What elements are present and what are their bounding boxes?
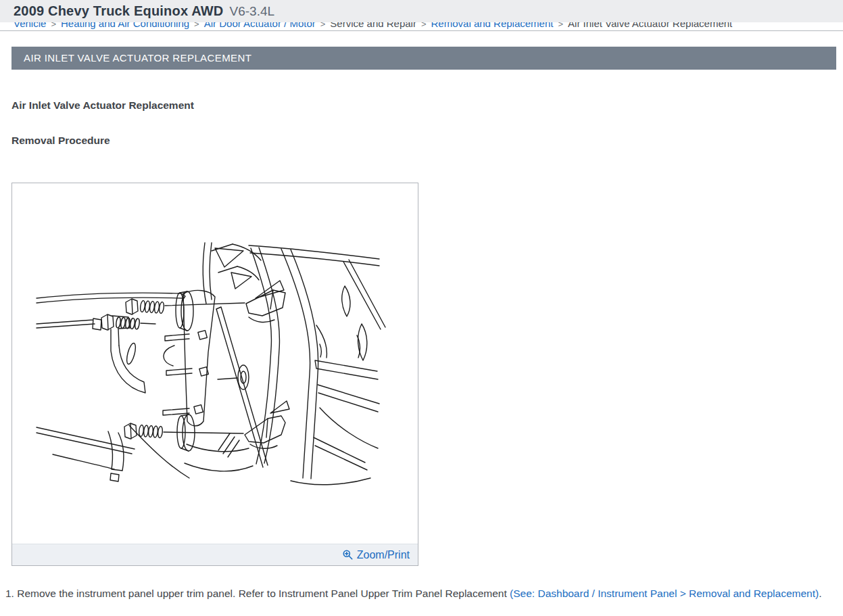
breadcrumb-link-air-door-actuator[interactable]: Air Door Actuator / Motor xyxy=(204,22,316,29)
section-banner: AIR INLET VALVE ACTUATOR REPLACEMENT xyxy=(11,47,836,70)
zoom-in-icon xyxy=(342,549,354,561)
vehicle-engine-label: V6-3.4L xyxy=(230,4,275,19)
figure-toolbar: Zoom/Print xyxy=(12,544,418,565)
breadcrumb-item-service-repair: Service and Repair xyxy=(330,22,416,29)
breadcrumb-link-heating-ac[interactable]: Heating and Air Conditioning xyxy=(61,22,189,29)
vehicle-title: 2009 Chevy Truck Equinox AWD xyxy=(14,3,224,19)
section-banner-label: AIR INLET VALVE ACTUATOR REPLACEMENT xyxy=(24,52,251,64)
breadcrumb-link-removal-replacement[interactable]: Removal and Replacement xyxy=(431,22,554,29)
repair-doc-page: 2009 Chevy Truck Equinox AWD V6-3.4L Veh… xyxy=(0,0,843,602)
step-1-instruction: 1. Remove the instrument panel upper tri… xyxy=(5,588,510,599)
breadcrumb-item-current-page: Air Inlet Valve Actuator Replacement xyxy=(568,22,732,29)
breadcrumb: Vehicle>Heating and Air Conditioning>Air… xyxy=(0,22,843,30)
breadcrumb-separator: > xyxy=(421,22,427,29)
see-dashboard-instrument-panel-link[interactable]: (See: Dashboard / Instrument Panel > Rem… xyxy=(510,588,819,599)
exploded-view-diagram xyxy=(12,183,418,544)
doc-title-heading: Air Inlet Valve Actuator Replacement xyxy=(11,99,843,112)
zoom-print-link[interactable]: Zoom/Print xyxy=(342,549,410,561)
breadcrumb-separator: > xyxy=(51,22,56,29)
procedure-heading: Removal Procedure xyxy=(11,135,843,147)
diagram-figure: Zoom/Print xyxy=(11,183,418,566)
breadcrumb-separator: > xyxy=(320,22,326,29)
breadcrumb-trail: Vehicle>Heating and Air Conditioning>Air… xyxy=(14,22,732,30)
step-1-text: 1. Remove the instrument panel upper tri… xyxy=(0,585,843,602)
header-divider xyxy=(0,30,843,31)
vehicle-title-bar: 2009 Chevy Truck Equinox AWD V6-3.4L xyxy=(0,0,843,22)
zoom-print-label: Zoom/Print xyxy=(357,549,410,561)
breadcrumb-link-vehicle[interactable]: Vehicle xyxy=(14,22,46,29)
breadcrumb-separator: > xyxy=(558,22,563,29)
breadcrumb-separator: > xyxy=(194,22,199,29)
actuator-line-art xyxy=(12,183,418,544)
step-1-period: . xyxy=(819,588,821,599)
